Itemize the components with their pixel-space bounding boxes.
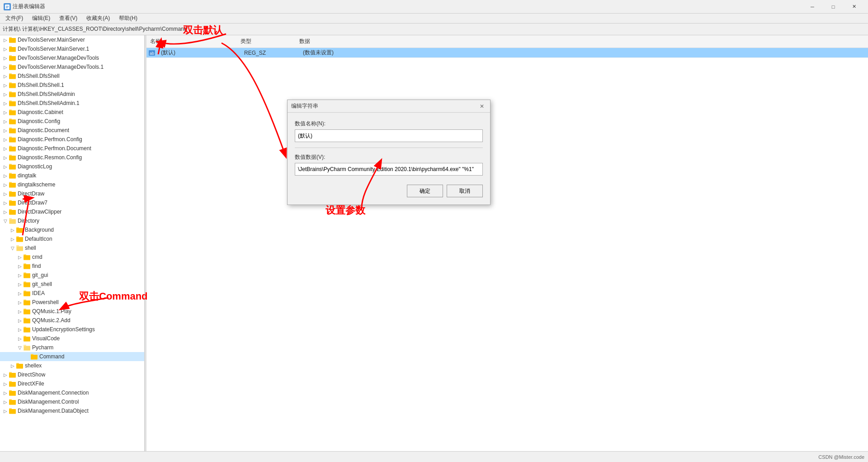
tree-item-devtools-manage[interactable]: ▷ DevToolsServer.ManageDevTools [0, 53, 144, 62]
tree-item-diag-resmon[interactable]: ▷ Diagnostic.Resmon.Config [0, 153, 144, 162]
tree-item-qqmusic2[interactable]: ▷ QQMusic.2.Add [0, 316, 144, 325]
toggle-icon[interactable]: ▷ [9, 362, 16, 369]
menu-edit[interactable]: 编辑(E) [28, 14, 54, 23]
menu-favorites[interactable]: 收藏夹(A) [83, 14, 113, 23]
toggle-icon[interactable]: ▷ [2, 380, 9, 387]
toggle-icon[interactable]: ▷ [16, 281, 24, 288]
tree-item-idea[interactable]: ▷ IDEA [0, 289, 144, 298]
toggle-icon[interactable]: ▽ [16, 344, 24, 351]
toggle-icon[interactable]: ▷ [2, 181, 9, 188]
toggle-icon[interactable]: ▷ [2, 109, 9, 116]
tree-item-directxfile[interactable]: ▷ DirectXFile [0, 379, 144, 388]
toggle-icon[interactable]: ▷ [2, 199, 9, 206]
toggle-icon[interactable]: ▷ [2, 63, 9, 71]
tree-item-diaglog[interactable]: ▷ DiagnosticLog [0, 162, 144, 171]
tree-item-updateenc[interactable]: ▷ UpdateEncryptionSettings [0, 325, 144, 334]
tree-item-devtools-main[interactable]: ▷ DevToolsServer.MainServer [0, 35, 144, 44]
toggle-icon[interactable]: ▷ [2, 371, 9, 378]
tree-item-dfsshell-admin1[interactable]: ▷ DfsShell.DfsShellAdmin.1 [0, 99, 144, 108]
tree-item-dingtalkscheme[interactable]: ▷ dingtalkscheme [0, 180, 144, 189]
toggle-icon[interactable]: ▷ [16, 271, 24, 279]
toggle-icon[interactable]: ▷ [9, 235, 16, 243]
tree-item-qqmusic1[interactable]: ▷ QQMusic.1.Play [0, 307, 144, 316]
tree-item-find[interactable]: ▷ find [0, 262, 144, 271]
tree-item-visualcode[interactable]: ▷ VisualCode [0, 334, 144, 343]
toggle-icon[interactable]: ▷ [2, 398, 9, 405]
tree-item-pycharm[interactable]: ▽ Pycharm [0, 343, 144, 352]
field-data-input[interactable] [295, 163, 483, 176]
tree-item-directshow[interactable]: ▷ DirectShow [0, 370, 144, 379]
toggle-icon[interactable]: ▷ [16, 262, 24, 270]
minimize-button[interactable]: ─ [802, 0, 823, 14]
toggle-icon[interactable]: ▷ [16, 299, 24, 306]
tree-item-shell[interactable]: ▽ shell [0, 243, 144, 252]
maximize-button[interactable]: □ [823, 0, 844, 14]
close-button[interactable]: ✕ [844, 0, 864, 14]
tree-item-diag-perfmon-doc[interactable]: ▷ Diagnostic.Perfmon.Document [0, 144, 144, 153]
toggle-icon[interactable]: ▽ [9, 244, 16, 252]
menu-file[interactable]: 文件(F) [2, 14, 27, 23]
tree-item-git-shell[interactable]: ▷ git_shell [0, 280, 144, 289]
tree-item-diag-doc[interactable]: ▷ Diagnostic.Document [0, 126, 144, 135]
toggle-icon[interactable]: ▷ [2, 72, 9, 80]
toggle-icon[interactable]: ▷ [2, 36, 9, 43]
toggle-icon[interactable]: ▷ [2, 54, 9, 62]
tree-item-diskmgmt-ctrl[interactable]: ▷ DiskManagement.Control [0, 397, 144, 406]
tree-item-devtools-manage1[interactable]: ▷ DevToolsServer.ManageDevTools.1 [0, 62, 144, 71]
menu-help[interactable]: 帮助(H) [115, 14, 141, 23]
toggle-icon[interactable]: ▷ [2, 163, 9, 170]
toggle-icon[interactable]: ▽ [2, 217, 9, 224]
tree-item-defaulticon[interactable]: ▷ DefaultIcon [0, 234, 144, 243]
toggle-icon[interactable]: ▷ [2, 100, 9, 107]
tree-item-directdrawclipper[interactable]: ▷ DirectDrawClipper [0, 207, 144, 216]
tree-item-diskmgmt-conn[interactable]: ▷ DiskManagement.Connection [0, 388, 144, 397]
tree-item-diag-perfmon[interactable]: ▷ Diagnostic.Perfmon.Config [0, 135, 144, 144]
tree-panel[interactable]: ▷ DevToolsServer.MainServer ▷ DevToolsSe… [0, 35, 145, 451]
tree-item-powershell[interactable]: ▷ Powershell [0, 298, 144, 307]
toggle-icon[interactable]: ▷ [2, 118, 9, 125]
toggle-icon[interactable]: ▷ [2, 81, 9, 89]
toggle-icon[interactable]: ▷ [2, 172, 9, 179]
toggle-icon[interactable]: ▷ [16, 326, 24, 333]
tree-item-directdraw7[interactable]: ▷ DirectDraw7 [0, 198, 144, 207]
toggle-icon[interactable]: ▷ [2, 407, 9, 414]
tree-item-diag-config[interactable]: ▷ Diagnostic.Config [0, 117, 144, 126]
toggle-icon[interactable]: ▷ [9, 226, 16, 233]
folder-icon [24, 317, 31, 324]
tree-item-dfsshell-admin[interactable]: ▷ DfsShell.DfsShellAdmin [0, 90, 144, 99]
tree-item-dingtalk[interactable]: ▷ dingtalk [0, 171, 144, 180]
toggle-icon[interactable]: ▷ [2, 154, 9, 161]
tree-item-command[interactable]: ▷ Command [0, 352, 144, 361]
toggle-icon[interactable]: ▷ [2, 136, 9, 143]
field-name-input[interactable] [295, 129, 483, 142]
registry-row-default[interactable]: ab (默认) REG_SZ (数值未设置) [146, 48, 868, 58]
toggle-icon[interactable]: ▷ [2, 208, 9, 215]
toggle-icon[interactable]: ▷ [16, 308, 24, 315]
tree-item-diag-cabinet[interactable]: ▷ Diagnostic.Cabinet [0, 108, 144, 117]
dialog-ok-button[interactable]: 确定 [407, 185, 443, 197]
tree-item-diskmgmt-data[interactable]: ▷ DiskManagement.DataObject [0, 406, 144, 415]
tree-item-directory[interactable]: ▽ Directory [0, 216, 144, 225]
toggle-icon[interactable]: ▷ [2, 127, 9, 134]
menu-view[interactable]: 查看(V) [56, 14, 81, 23]
toggle-icon[interactable]: ▷ [16, 335, 24, 342]
toggle-icon[interactable]: ▷ [16, 290, 24, 297]
toggle-icon[interactable]: ▷ [16, 317, 24, 324]
toggle-icon[interactable]: ▷ [2, 90, 9, 98]
toggle-icon[interactable]: ▷ [2, 389, 9, 396]
toggle-icon[interactable]: ▷ [16, 253, 24, 261]
toggle-icon[interactable]: ▷ [2, 45, 9, 52]
toggle-icon[interactable]: ▷ [2, 190, 9, 197]
dialog-cancel-button[interactable]: 取消 [447, 185, 483, 197]
tree-item-shellex[interactable]: ▷ shellex [0, 361, 144, 370]
tree-item-dfsshell[interactable]: ▷ DfsShell.DfsShell [0, 71, 144, 81]
tree-item-devtools-main1[interactable]: ▷ DevToolsServer.MainServer.1 [0, 44, 144, 53]
edit-string-dialog[interactable]: 编辑字符串 ✕ 数值名称(N): 数值数据(V): 确定 取消 [287, 100, 491, 205]
tree-item-cmd[interactable]: ▷ cmd [0, 252, 144, 262]
tree-item-directdraw[interactable]: ▷ DirectDraw [0, 189, 144, 198]
tree-item-git-gui[interactable]: ▷ git_gui [0, 271, 144, 280]
tree-item-background[interactable]: ▷ Background [0, 225, 144, 234]
tree-item-dfsshell1[interactable]: ▷ DfsShell.DfsShell.1 [0, 81, 144, 90]
toggle-icon[interactable]: ▷ [2, 145, 9, 152]
dialog-close-button[interactable]: ✕ [477, 102, 486, 111]
